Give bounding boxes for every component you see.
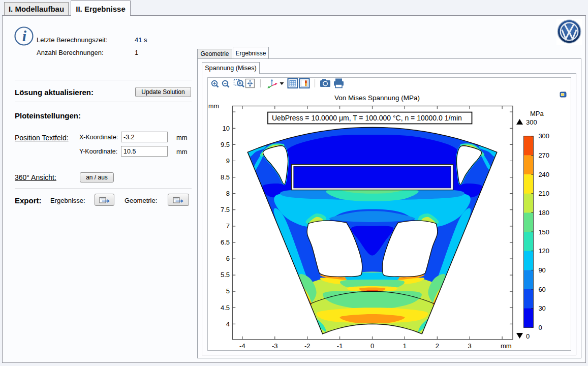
svg-text:210: 210 [538, 190, 549, 197]
svg-text:6.5: 6.5 [221, 238, 230, 246]
svg-text:9.5: 9.5 [221, 141, 230, 148]
svg-text:mm: mm [501, 342, 512, 350]
svg-text:120: 120 [538, 247, 549, 255]
svg-text:MPa: MPa [530, 110, 544, 117]
svg-text:180: 180 [538, 209, 549, 217]
svg-text:9: 9 [226, 157, 230, 165]
svg-text:-4: -4 [239, 342, 245, 350]
svg-text:1: 1 [403, 342, 407, 350]
svg-text:7.5: 7.5 [221, 206, 230, 214]
svg-text:7: 7 [226, 222, 230, 230]
svg-text:90: 90 [538, 266, 545, 274]
svg-text:2: 2 [436, 342, 439, 350]
svg-text:0: 0 [526, 332, 530, 340]
svg-text:0: 0 [538, 324, 542, 331]
svg-text:10: 10 [223, 125, 230, 132]
svg-text:30: 30 [538, 304, 545, 312]
svg-text:270: 270 [538, 151, 549, 159]
svg-text:300: 300 [526, 118, 537, 126]
svg-text:8.5: 8.5 [221, 173, 230, 181]
svg-text:3: 3 [468, 342, 472, 350]
svg-text:300: 300 [538, 132, 549, 140]
svg-text:mm: mm [208, 103, 219, 110]
svg-text:60: 60 [538, 286, 545, 293]
svg-text:UebPress = 10.0000 μm, T = 100: UebPress = 10.0000 μm, T = 100.000 °C, n… [272, 114, 462, 122]
svg-text:4.5: 4.5 [221, 304, 230, 312]
svg-text:8: 8 [226, 190, 230, 197]
svg-text:-3: -3 [272, 342, 278, 350]
svg-text:5: 5 [226, 287, 230, 295]
svg-text:Von Mises Spannung (MPa): Von Mises Spannung (MPa) [334, 94, 420, 102]
svg-text:5.5: 5.5 [221, 271, 230, 279]
svg-text:240: 240 [538, 171, 549, 178]
svg-text:-2: -2 [304, 342, 311, 350]
svg-text:0: 0 [370, 342, 374, 350]
svg-text:150: 150 [538, 228, 549, 236]
svg-text:6: 6 [226, 255, 230, 262]
svg-text:4: 4 [226, 320, 230, 328]
svg-text:-1: -1 [337, 342, 343, 350]
